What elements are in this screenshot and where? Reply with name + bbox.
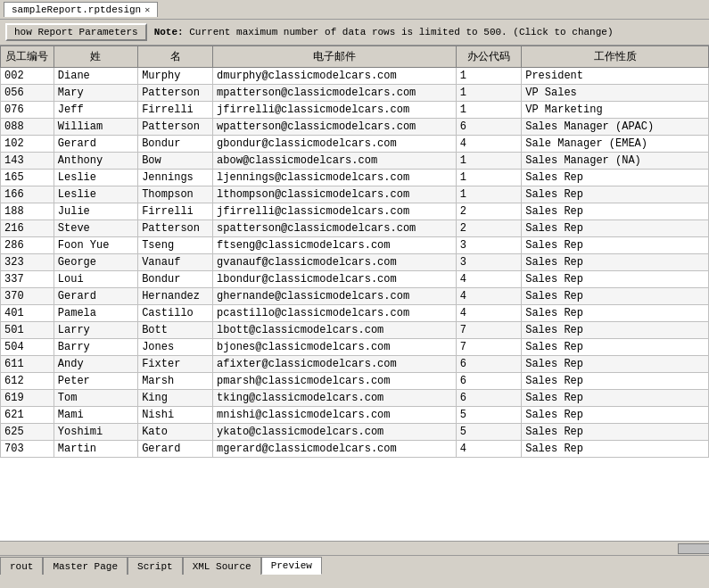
tab-xml-source[interactable]: XML Source bbox=[183, 557, 261, 575]
cell-r3-c1: William bbox=[54, 119, 137, 136]
cell-r3-c2: Patterson bbox=[138, 119, 213, 136]
cell-r15-c3: lbott@classicmodelcars.com bbox=[213, 322, 457, 339]
table-row: 625YoshimiKatoykato@classicmodelcars.com… bbox=[1, 424, 709, 441]
cell-r15-c1: Larry bbox=[54, 322, 137, 339]
cell-r6-c2: Jennings bbox=[138, 170, 213, 186]
cell-r4-c5: Sale Manager (EMEA) bbox=[522, 136, 709, 153]
cell-r8-c4: 2 bbox=[456, 203, 521, 220]
title-tab[interactable]: sampleReport.rptdesign ✕ bbox=[4, 2, 158, 17]
cell-r21-c3: ykato@classicmodelcars.com bbox=[213, 424, 457, 441]
table-row: 401PamelaCastillopcastillo@classicmodelc… bbox=[1, 305, 709, 322]
tab-rout[interactable]: rout bbox=[0, 557, 43, 575]
cell-r0-c0: 002 bbox=[1, 68, 54, 85]
cell-r3-c5: Sales Manager (APAC) bbox=[522, 119, 709, 136]
table-row: 088WilliamPattersonwpatterson@classicmod… bbox=[1, 119, 709, 136]
table-row: 611AndyFixterafixter@classicmodelcars.co… bbox=[1, 356, 709, 373]
cell-r11-c1: George bbox=[54, 254, 137, 271]
scrollbar-track[interactable] bbox=[0, 543, 709, 554]
cell-r9-c5: Sales Rep bbox=[522, 220, 709, 237]
cell-r1-c4: 1 bbox=[456, 85, 521, 102]
table-row: 504BarryJonesbjones@classicmodelcars.com… bbox=[1, 339, 709, 356]
cell-r14-c4: 4 bbox=[456, 305, 521, 322]
tab-master-page[interactable]: Master Page bbox=[43, 557, 128, 575]
tab-script[interactable]: Script bbox=[128, 557, 183, 575]
cell-r7-c2: Thompson bbox=[138, 186, 213, 203]
horizontal-scrollbar[interactable] bbox=[0, 541, 709, 555]
cell-r1-c5: VP Sales bbox=[522, 85, 709, 102]
table-row: 621MamiNishimnishi@classicmodelcars.com5… bbox=[1, 407, 709, 424]
table-header-row: 员工编号 姓 名 电子邮件 办公代码 工作性质 bbox=[1, 46, 709, 68]
cell-r5-c0: 143 bbox=[1, 153, 54, 170]
table-row: 619TomKingtking@classicmodelcars.com6Sal… bbox=[1, 390, 709, 407]
close-icon[interactable]: ✕ bbox=[144, 4, 150, 15]
cell-r1-c3: mpatterson@classicmodelcars.com bbox=[213, 85, 457, 102]
cell-r20-c4: 5 bbox=[456, 407, 521, 424]
cell-r20-c5: Sales Rep bbox=[522, 407, 709, 424]
cell-r12-c3: lbondur@classicmodelcars.com bbox=[213, 271, 457, 288]
table-row: 286Foon YueTsengftseng@classicmodelcars.… bbox=[1, 237, 709, 254]
cell-r2-c3: jfirrelli@classicmodelcars.com bbox=[213, 102, 457, 119]
cell-r14-c5: Sales Rep bbox=[522, 305, 709, 322]
cell-r0-c1: Diane bbox=[54, 68, 137, 85]
cell-r12-c1: Loui bbox=[54, 271, 137, 288]
cell-r4-c0: 102 bbox=[1, 136, 54, 153]
cell-r18-c4: 6 bbox=[456, 373, 521, 390]
cell-r14-c3: pcastillo@classicmodelcars.com bbox=[213, 305, 457, 322]
cell-r13-c3: ghernande@classicmodelcars.com bbox=[213, 288, 457, 305]
cell-r4-c2: Bondur bbox=[138, 136, 213, 153]
table-row: 501LarryBottlbott@classicmodelcars.com7S… bbox=[1, 322, 709, 339]
cell-r8-c5: Sales Rep bbox=[522, 203, 709, 220]
show-report-params-button[interactable]: how Report Parameters bbox=[5, 23, 147, 41]
cell-r10-c2: Tseng bbox=[138, 237, 213, 254]
cell-r16-c3: bjones@classicmodelcars.com bbox=[213, 339, 457, 356]
cell-r19-c3: tking@classicmodelcars.com bbox=[213, 390, 457, 407]
cell-r11-c0: 323 bbox=[1, 254, 54, 271]
cell-r21-c2: Kato bbox=[138, 424, 213, 441]
scrollbar-thumb[interactable] bbox=[678, 543, 709, 554]
cell-r4-c1: Gerard bbox=[54, 136, 137, 153]
cell-r11-c3: gvanauf@classicmodelcars.com bbox=[213, 254, 457, 271]
cell-r7-c0: 166 bbox=[1, 186, 54, 203]
cell-r0-c2: Murphy bbox=[138, 68, 213, 85]
cell-r15-c4: 7 bbox=[456, 322, 521, 339]
cell-r17-c2: Fixter bbox=[138, 356, 213, 373]
cell-r17-c5: Sales Rep bbox=[522, 356, 709, 373]
title-bar: sampleReport.rptdesign ✕ bbox=[0, 0, 709, 20]
cell-r18-c2: Marsh bbox=[138, 373, 213, 390]
cell-r20-c2: Nishi bbox=[138, 407, 213, 424]
cell-r9-c0: 216 bbox=[1, 220, 54, 237]
cell-r13-c1: Gerard bbox=[54, 288, 137, 305]
note-content[interactable]: Current maximum number of data rows is l… bbox=[184, 27, 614, 37]
cell-r17-c4: 6 bbox=[456, 356, 521, 373]
cell-r17-c0: 611 bbox=[1, 356, 54, 373]
table-row: 166LeslieThompsonlthompson@classicmodelc… bbox=[1, 186, 709, 203]
cell-r21-c5: Sales Rep bbox=[522, 424, 709, 441]
cell-r5-c2: Bow bbox=[138, 153, 213, 170]
cell-r19-c0: 619 bbox=[1, 390, 54, 407]
cell-r14-c2: Castillo bbox=[138, 305, 213, 322]
cell-r7-c5: Sales Rep bbox=[522, 186, 709, 203]
cell-r10-c1: Foon Yue bbox=[54, 237, 137, 254]
cell-r19-c4: 6 bbox=[456, 390, 521, 407]
cell-r21-c4: 5 bbox=[456, 424, 521, 441]
table-body: 002DianeMurphydmurphy@classicmodelcars.c… bbox=[1, 68, 709, 458]
cell-r1-c2: Patterson bbox=[138, 85, 213, 102]
cell-r12-c0: 337 bbox=[1, 271, 54, 288]
data-table: 员工编号 姓 名 电子邮件 办公代码 工作性质 002DianeMurphydm… bbox=[0, 46, 709, 458]
cell-r10-c0: 286 bbox=[1, 237, 54, 254]
cell-r3-c0: 088 bbox=[1, 119, 54, 136]
cell-r1-c1: Mary bbox=[54, 85, 137, 102]
table-row: 323GeorgeVanaufgvanauf@classicmodelcars.… bbox=[1, 254, 709, 271]
tab-preview[interactable]: Preview bbox=[261, 557, 322, 575]
title-tab-label: sampleReport.rptdesign bbox=[12, 4, 141, 15]
cell-r9-c2: Patterson bbox=[138, 220, 213, 237]
cell-r21-c0: 625 bbox=[1, 424, 54, 441]
cell-r18-c3: pmarsh@classicmodelcars.com bbox=[213, 373, 457, 390]
bottom-tab-bar: routMaster PageScriptXML SourcePreview bbox=[0, 555, 709, 575]
table-row: 143AnthonyBowabow@classicmodelcars.com1S… bbox=[1, 153, 709, 170]
note-bold: Note: bbox=[154, 27, 184, 37]
cell-r18-c0: 612 bbox=[1, 373, 54, 390]
table-row: 002DianeMurphydmurphy@classicmodelcars.c… bbox=[1, 68, 709, 85]
cell-r6-c0: 165 bbox=[1, 170, 54, 186]
table-row: 337LouiBondurlbondur@classicmodelcars.co… bbox=[1, 271, 709, 288]
